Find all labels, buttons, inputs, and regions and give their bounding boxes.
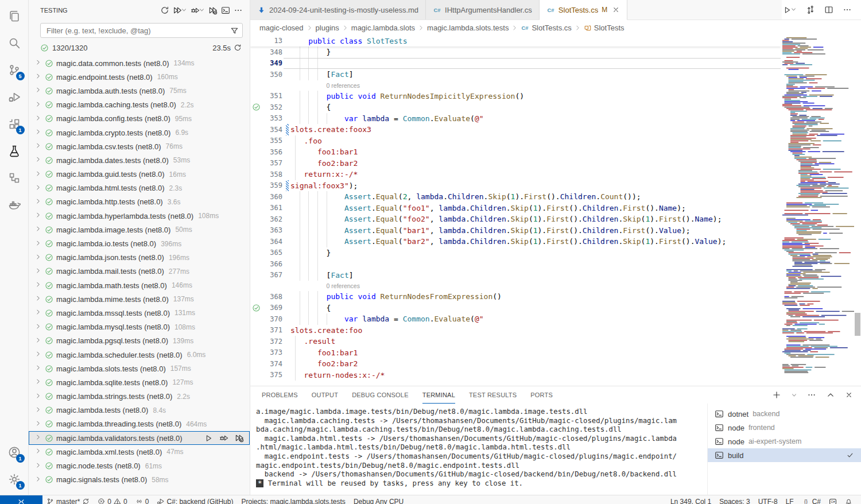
test-item[interactable]: magic.lambda.auth.tests (net8.0) 75ms [29,84,250,98]
switch-changes-button[interactable] [805,4,816,15]
test-item[interactable]: magic.endpoint.tests (net8.0) 160ms [29,70,250,84]
editor-scrollbar[interactable] [854,35,861,386]
test-item[interactable]: magic.lambda.xml.tests (net8.0) 47ms [29,445,250,459]
panel-tab-problems[interactable]: PROBLEMS [262,386,298,404]
more-actions-button[interactable] [232,5,244,16]
chevron-down-icon[interactable] [199,5,205,15]
chevron-right-icon[interactable] [34,211,42,220]
chevron-right-icon[interactable] [34,253,42,262]
build-config-item[interactable]: Debug Any CPU [350,495,408,504]
codelens-references[interactable]: 0 references [327,82,360,89]
test-item[interactable]: magic.lambda.slots.tests (net8.0) 157ms [29,362,250,375]
problems-item[interactable]: 0 0 [94,495,131,504]
refresh-tests-button[interactable] [159,5,170,16]
remote-indicator[interactable] [0,495,42,504]
coverage-test-button[interactable] [234,432,245,444]
panel-tab-ports[interactable]: PORTS [530,386,553,404]
panel-more-actions-button[interactable] [806,389,817,401]
chevron-right-icon[interactable] [34,100,42,110]
test-item[interactable]: magic.lambda.sqlite.tests (net8.0) 127ms [29,375,250,389]
gutter-pass-icon[interactable] [250,103,262,111]
test-item[interactable]: magic.lambda.scheduler.tests (net8.0) 6.… [29,348,250,362]
chevron-right-icon[interactable] [34,72,42,82]
test-item[interactable]: magic.lambda.mysql.tests (net8.0) 108ms [29,320,250,334]
chevron-right-icon[interactable] [34,225,42,234]
chevron-right-icon[interactable] [34,142,42,151]
activity-docker[interactable] [1,191,28,218]
panel-tab-terminal[interactable]: TERMINAL [422,386,455,404]
test-item[interactable]: magic.lambda.html.tests (net8.0) 2.3s [29,181,250,195]
panel-tab-debug-console[interactable]: DEBUG CONSOLE [352,386,409,404]
editor-tab[interactable]: C#SlotTests.cs M [540,0,627,20]
test-item[interactable]: magic.node.tests (net8.0) 61ms [29,459,250,472]
test-item[interactable]: magic.lambda.http.tests (net8.0) 3.6s [29,195,250,209]
chevron-right-icon[interactable] [34,462,42,471]
test-item[interactable]: magic.lambda.dates.tests (net8.0) 53ms [29,153,250,167]
show-test-output-button[interactable] [220,5,231,16]
test-item[interactable]: magic.lambda.image.tests (net8.0) 50ms [29,223,250,237]
close-icon[interactable] [612,6,620,14]
new-terminal-button[interactable] [771,389,782,401]
chevron-right-icon[interactable] [34,475,42,484]
rerun-icon[interactable] [234,44,242,52]
test-item[interactable]: magic.lambda.math.tests (net8.0) 146ms [29,278,250,292]
chevron-right-icon[interactable] [34,378,42,387]
maximize-panel-button[interactable] [825,389,836,401]
test-item[interactable]: magic.signals.tests (net8.0) 58ms [29,473,250,487]
chevron-right-icon[interactable] [34,336,42,346]
scrollbar-thumb[interactable] [855,313,860,336]
test-item[interactable]: magic.lambda.threading.tests (net8.0) 46… [29,417,250,431]
test-item[interactable]: magic.data.common.tests (net8.0) 134ms [29,56,250,70]
chevron-right-icon[interactable] [34,267,42,276]
gutter-pass-icon[interactable] [250,304,262,312]
run-test-button[interactable] [203,433,214,444]
chevron-right-icon[interactable] [34,281,42,290]
notifications-item[interactable] [841,495,856,504]
chevron-right-icon[interactable] [34,364,42,373]
test-item[interactable]: magic.lambda.mssql.tests (net8.0) 131ms [29,306,250,320]
indentation-item[interactable]: Spaces: 3 [715,495,754,504]
terminal-session-row[interactable]: dotnet backend [708,407,861,421]
chevron-down-icon[interactable] [181,5,187,15]
eol-item[interactable]: LF [782,495,798,504]
test-item[interactable]: magic.lambda.csv.tests (net8.0) 76ms [29,139,250,153]
debug-all-tests-button[interactable] [189,4,206,17]
activity-search[interactable] [1,29,28,56]
chevron-right-icon[interactable] [34,323,42,332]
activity-accounts[interactable]: 1 [1,439,28,466]
editor-tab[interactable]: C#IHttpArgumentsHandler.cs [426,0,540,20]
test-item[interactable]: magic.lambda.guid.tests (net8.0) 16ms [29,168,250,181]
chevron-right-icon[interactable] [34,239,42,249]
terminal-output[interactable]: a.image/magic.lambda.image.tests/bin/Deb… [250,404,707,495]
filter-icon[interactable] [230,26,239,35]
activity-explorer[interactable] [1,2,28,29]
editor-tab[interactable]: 2024-09-24-unit-testing-is-mostly-useles… [250,0,426,20]
breadcrumb-item[interactable]: magic.lambda.slots.tests [427,24,509,32]
chevron-right-icon[interactable] [34,294,42,304]
terminal-session-row[interactable]: node ai-expert-system [708,435,861,448]
terminal-session-row[interactable]: node frontend [708,421,861,435]
minimap[interactable] [781,35,854,386]
test-item[interactable]: magic.lambda.hyperlambda.tests (net8.0) … [29,209,250,223]
chevron-right-icon[interactable] [34,433,42,443]
test-item[interactable]: magic.lambda.strings.tests (net8.0) 2.2s [29,390,250,404]
chevron-right-icon[interactable] [34,308,42,317]
language-mode-item[interactable]: {} C# [798,495,825,504]
csharp-devkit-item[interactable]: C# [825,495,841,504]
terminal-session-row[interactable]: build [708,448,861,462]
activity-source-control[interactable]: 5 [1,56,28,83]
chevron-right-icon[interactable] [34,420,42,429]
editor-more-actions-button[interactable] [841,4,853,15]
broadcast-item[interactable]: 0 [131,495,153,504]
debug-test-button[interactable] [218,432,230,444]
test-item[interactable]: magic.lambda.tests (net8.0) 8.4s [29,404,250,417]
test-item[interactable]: magic.lambda.mail.tests (net8.0) 277ms [29,265,250,278]
activity-testing[interactable] [1,137,28,164]
chevron-right-icon[interactable] [34,86,42,95]
chevron-right-icon[interactable] [34,59,42,68]
test-filter-box[interactable] [40,23,243,38]
chevron-right-icon[interactable] [34,406,42,415]
test-item[interactable]: magic.lambda.crypto.tests (net8.0) 6.9s [29,126,250,139]
activity-run-and-debug[interactable] [1,83,28,110]
breadcrumb-item[interactable]: SlotTests [584,24,625,32]
